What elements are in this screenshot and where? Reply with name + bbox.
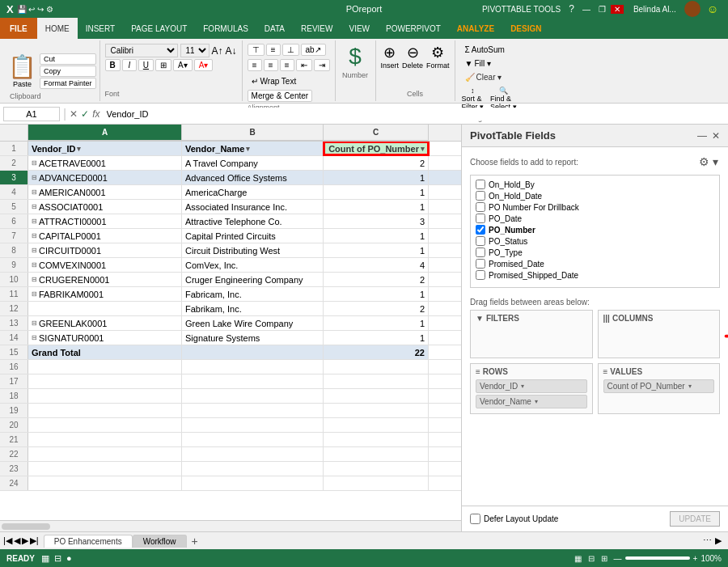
field-checkbox-on-hold-date[interactable] — [476, 191, 485, 201]
cell-vendor-id[interactable]: ⊟COMVEXIN0001 — [28, 258, 182, 272]
align-center-btn[interactable]: ≡ — [264, 59, 278, 71]
autosum-btn[interactable]: Σ AutoSum — [460, 44, 518, 56]
field-checkbox-po-type[interactable] — [476, 248, 485, 257]
cell-count[interactable]: 2 — [324, 156, 429, 170]
rows-item-vendor-name-arrow[interactable]: ▾ — [535, 398, 538, 405]
format-painter-btn[interactable]: Format Painter — [40, 78, 96, 89]
vendor-id-filter-icon[interactable]: ▾ — [77, 145, 81, 153]
field-checkbox-promised-shipped[interactable] — [476, 270, 485, 280]
clear-btn[interactable]: 🧹 Clear ▾ — [460, 71, 518, 83]
cell-empty[interactable] — [324, 404, 429, 417]
align-right-btn[interactable]: ≡ — [280, 59, 294, 71]
cell-empty[interactable] — [324, 389, 429, 403]
sheet-nav-next-btn[interactable]: ▶ — [22, 535, 28, 546]
cell-count[interactable]: 1 — [324, 331, 429, 345]
pivot-close-btn[interactable]: ✕ — [712, 130, 720, 142]
cell-empty[interactable] — [182, 360, 324, 374]
fill-btn[interactable]: ▼ Fill ▾ — [460, 57, 518, 70]
delete-cells-btn[interactable]: ⊖ Delete — [402, 44, 423, 70]
cell-vendor-id[interactable]: ⊟AMERICAN0001 — [28, 185, 182, 199]
cell-empty[interactable] — [182, 389, 324, 403]
update-btn[interactable]: UPDATE — [670, 511, 720, 527]
record-macro-icon[interactable]: ● — [66, 553, 72, 564]
field-checkbox-po-number[interactable] — [476, 225, 485, 235]
cell-empty[interactable] — [28, 476, 182, 490]
cell-vendor-id[interactable]: ⊟ASSOCIAT0001 — [28, 200, 182, 214]
cell-vendor-id[interactable]: ⊟ATTRACTI00001 — [28, 214, 182, 228]
field-checkbox-promised-date[interactable] — [476, 259, 485, 269]
cell-count[interactable]: 1 — [324, 200, 429, 214]
tab-file[interactable]: FILE — [0, 18, 37, 39]
align-top-btn[interactable]: ⊤ — [248, 44, 265, 56]
header-cell-count-po[interactable]: Count of PO_Number ▾ — [324, 142, 429, 155]
cell-grand-total-name[interactable] — [182, 345, 324, 359]
normal-view-btn[interactable]: ▦ — [574, 554, 582, 563]
tab-insert[interactable]: INSERT — [78, 18, 124, 39]
pivot-gear-btn[interactable]: ⚙ ▾ — [697, 154, 720, 170]
font-size-select[interactable]: 11 — [180, 44, 210, 57]
cell-empty[interactable] — [182, 404, 324, 417]
cell-empty[interactable] — [182, 433, 324, 446]
font-color-btn[interactable]: A▾ — [194, 59, 214, 71]
merge-center-btn[interactable]: Merge & Center — [248, 90, 313, 102]
cell-vendor-name[interactable]: AmericaCharge — [182, 185, 324, 199]
page-layout-btn[interactable]: ⊟ — [588, 554, 595, 563]
page-break-preview-btn[interactable]: ⊞ — [601, 554, 607, 563]
tab-analyze[interactable]: ANALYZE — [449, 18, 502, 39]
scroll-right-btn[interactable]: ▶ — [715, 535, 722, 546]
cell-count[interactable]: 1 — [324, 185, 429, 199]
cell-empty[interactable] — [182, 374, 324, 388]
restore-btn[interactable]: ❐ — [595, 5, 609, 14]
cell-vendor-name[interactable]: ComVex, Inc. — [182, 258, 324, 272]
cell-vendor-id[interactable]: ⊟CRUGEREN0001 — [28, 273, 182, 286]
tab-data[interactable]: DATA — [256, 18, 293, 39]
column-header-a[interactable]: A — [28, 125, 182, 141]
sheet-nav-first-btn[interactable]: |◀ — [3, 535, 12, 546]
sheet-tab-po-enhancements[interactable]: PO Enhancements — [44, 535, 133, 548]
cell-count[interactable]: 2 — [324, 273, 429, 286]
defer-layout-checkbox[interactable] — [470, 514, 480, 524]
cell-empty[interactable] — [182, 418, 324, 432]
font-name-select[interactable]: Calibri — [105, 44, 178, 57]
help-btn[interactable]: ? — [565, 3, 578, 15]
sheet-options-icon[interactable]: ⋯ — [703, 535, 712, 546]
pivot-minimize-btn[interactable]: — — [697, 130, 707, 142]
values-item-count-po-arrow[interactable]: ▾ — [688, 383, 692, 390]
indent-left-btn[interactable]: ⇤ — [296, 59, 312, 71]
tab-design[interactable]: DESIGN — [502, 18, 549, 39]
cell-vendor-name[interactable]: Fabricam, Inc. — [182, 287, 324, 301]
cell-vendor-id[interactable]: ⊟ACETRAVE0001 — [28, 156, 182, 170]
tab-view[interactable]: VIEW — [341, 18, 378, 39]
cell-vendor-name[interactable]: Attractive Telephone Co. — [182, 214, 324, 228]
cell-vendor-id[interactable]: ⊟CAPITALP0001 — [28, 229, 182, 243]
insert-function-btn[interactable]: fx — [92, 108, 99, 120]
wrap-text-btn[interactable]: ↵ Wrap Text — [248, 74, 301, 88]
header-cell-vendor-id[interactable]: Vendor_ID ▾ — [28, 142, 182, 155]
cell-vendor-id[interactable]: ⊟SIGNATUR0001 — [28, 331, 182, 345]
cell-vendor-name[interactable]: Advanced Office Systems — [182, 171, 324, 184]
zoom-out-btn[interactable]: — — [614, 554, 622, 563]
underline-btn[interactable]: U — [138, 59, 154, 71]
cell-vendor-name[interactable]: Capital Printed Circuits — [182, 229, 324, 243]
cell-vendor-name[interactable]: Fabrikam, Inc. — [182, 302, 324, 315]
tab-page-layout[interactable]: PAGE LAYOUT — [123, 18, 195, 39]
close-btn[interactable]: ✕ — [611, 5, 624, 14]
field-checkbox-po-number-drillback[interactable] — [476, 202, 485, 212]
page-break-icon[interactable]: ⊟ — [54, 553, 61, 564]
cell-grand-total-label[interactable]: Grand Total — [28, 345, 182, 359]
confirm-formula-btn[interactable]: ✓ — [81, 108, 89, 120]
cell-vendor-id[interactable]: ⊟CIRCUITD0001 — [28, 243, 182, 257]
cell-vendor-name[interactable]: Associated Insurance Inc. — [182, 200, 324, 214]
tab-review[interactable]: REVIEW — [293, 18, 341, 39]
sheet-tab-workflow[interactable]: Workflow — [133, 535, 187, 548]
cell-count[interactable]: 1 — [324, 287, 429, 301]
field-checkbox-on-hold-by[interactable] — [476, 180, 485, 189]
cell-empty[interactable] — [28, 360, 182, 374]
tab-powerpivot[interactable]: POWERPIVOT — [378, 18, 449, 39]
cell-empty[interactable] — [324, 374, 429, 388]
sheet-nav-last-btn[interactable]: ▶| — [30, 535, 39, 546]
cell-vendor-name[interactable]: Signature Systems — [182, 331, 324, 345]
format-cells-btn[interactable]: ⚙ Format — [426, 44, 450, 70]
cell-empty[interactable] — [28, 374, 182, 388]
increase-font-btn[interactable]: A↑ — [212, 45, 223, 57]
